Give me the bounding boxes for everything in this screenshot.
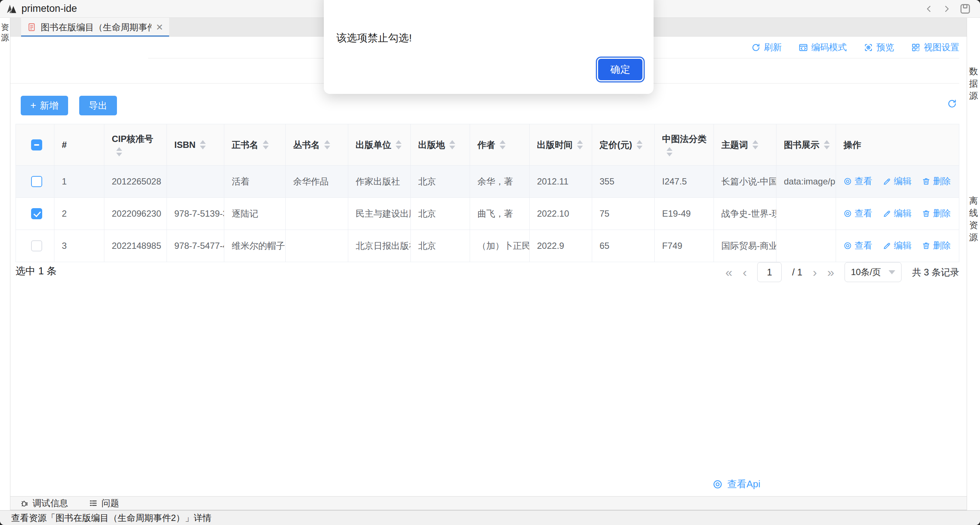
cell-ops: 查看编辑删除 [836, 166, 959, 198]
view-api-link[interactable]: 查看Api [713, 478, 760, 491]
sort-carets[interactable] [824, 140, 830, 149]
close-icon[interactable]: ✕ [156, 22, 163, 33]
column-label: 出版时间 [537, 139, 573, 151]
ok-button[interactable]: 确定 [598, 59, 643, 80]
cell-author: （加）卜正民 [470, 230, 530, 262]
row-checkbox[interactable] [31, 208, 42, 219]
titlebar-controls [924, 3, 975, 15]
row-view-link[interactable]: 查看 [843, 208, 872, 219]
last-page-icon[interactable]: » [827, 266, 834, 278]
edit-icon [883, 209, 891, 218]
forward-icon[interactable] [942, 4, 952, 14]
row-checkbox[interactable] [31, 176, 42, 187]
cell-price: 355 [592, 166, 655, 198]
column-header-isbn[interactable]: ISBN [167, 124, 224, 166]
row-edit-link[interactable]: 编辑 [883, 240, 912, 251]
row-delete-link[interactable]: 删除 [922, 240, 951, 251]
sort-carets[interactable] [667, 147, 673, 156]
rail-item-resources[interactable]: 资源 [0, 22, 10, 43]
column-header-cip[interactable]: CIP核准号 [104, 124, 167, 166]
cell-series [286, 198, 348, 230]
tab-title: 图书在版编目（生命周期事件2）.formx [41, 21, 151, 33]
table-body: 12012265028活着余华作品作家出版社北京余华，著2012.11355I2… [16, 166, 959, 262]
prev-page-icon[interactable]: ‹ [743, 266, 747, 278]
page-input[interactable]: 1 [757, 262, 782, 282]
right-rail: 数据源 离线资源 [967, 18, 980, 510]
total-records: 共 3 条记录 [912, 266, 959, 278]
cell-subject: 长篇小说-中国 [714, 166, 776, 198]
column-header-title[interactable]: 正书名 [224, 124, 286, 166]
sort-carets[interactable] [396, 140, 401, 149]
cell-author: 曲飞，著 [470, 198, 530, 230]
cell-index: 3 [54, 230, 104, 262]
bug-icon [20, 499, 29, 508]
cell-ops: 查看编辑删除 [836, 198, 959, 230]
cell-publisher: 作家出版社 [348, 166, 411, 198]
column-header-pubdate[interactable]: 出版时间 [530, 124, 592, 166]
row-view-link[interactable]: 查看 [843, 175, 872, 187]
cell-isbn: 978-7-5477-43 [167, 230, 224, 262]
row-view-link[interactable]: 查看 [843, 240, 872, 251]
column-header-display[interactable]: 图书展示 [776, 124, 836, 166]
sort-carets[interactable] [263, 140, 269, 149]
row-checkbox[interactable] [31, 240, 42, 251]
export-button[interactable]: 导出 [79, 96, 117, 115]
column-header-place[interactable]: 出版地 [411, 124, 470, 166]
screen: primeton-ide 资源 数据源 离线资源 图书在版编目（生命周期事件2）… [0, 0, 980, 525]
sort-carets[interactable] [577, 140, 583, 149]
select-all-checkbox[interactable] [31, 140, 42, 151]
row-delete-link[interactable]: 删除 [922, 208, 951, 219]
view-settings-button[interactable]: 视图设置 [911, 41, 959, 53]
status-text: 查看资源「图书在版编目（生命周期事件2）」详情 [11, 512, 211, 524]
table-refresh-icon[interactable] [947, 99, 957, 109]
cell-index: 1 [54, 166, 104, 198]
column-header-price[interactable]: 定价(元) [592, 124, 655, 166]
sort-carets[interactable] [449, 140, 455, 149]
sort-carets[interactable] [116, 147, 122, 156]
next-page-icon[interactable]: › [813, 266, 817, 278]
column-header-subject[interactable]: 主题词 [714, 124, 776, 166]
sort-carets[interactable] [500, 140, 506, 149]
code-mode-button[interactable]: 编码模式 [799, 41, 847, 53]
row-edit-link[interactable]: 编辑 [883, 208, 912, 219]
back-icon[interactable] [924, 4, 934, 14]
cell-cip: 2022148985 [104, 230, 167, 262]
code-mode-icon [799, 43, 808, 52]
column-label: 主题词 [721, 139, 748, 151]
sort-carets[interactable] [324, 140, 330, 149]
page-total: / 1 [792, 267, 802, 278]
cell-select [16, 230, 54, 262]
sort-carets[interactable] [752, 140, 758, 149]
column-label: 中图法分类 [662, 133, 706, 145]
sort-carets[interactable] [200, 140, 206, 149]
problems-tab[interactable]: 问题 [89, 497, 119, 509]
rail-item-datasource[interactable]: 数据源 [967, 65, 980, 102]
preview-icon [864, 43, 873, 52]
refresh-button[interactable]: 刷新 [751, 41, 782, 53]
row-delete-link[interactable]: 删除 [922, 175, 951, 187]
debug-info-tab[interactable]: 调试信息 [20, 497, 68, 509]
column-label: 图书展示 [784, 139, 819, 151]
column-header-publisher[interactable]: 出版单位 [348, 124, 411, 166]
cell-index: 2 [54, 198, 104, 230]
rail-item-offline-resources[interactable]: 离线资源 [967, 195, 980, 243]
save-icon[interactable] [959, 3, 971, 15]
add-button[interactable]: +新增 [21, 96, 68, 115]
cell-pubdate: 2022.10 [530, 198, 592, 230]
cell-isbn [167, 166, 224, 198]
page-size-select[interactable]: 10条/页 [845, 262, 902, 282]
column-header-series[interactable]: 丛书名 [286, 124, 348, 166]
bottom-panel-bar: 调试信息 问题 [10, 496, 967, 510]
sort-carets[interactable] [636, 140, 643, 149]
cell-title: 维米尔的帽子 [224, 230, 286, 262]
first-page-icon[interactable]: « [725, 266, 732, 278]
table-row: 12012265028活着余华作品作家出版社北京余华，著2012.11355I2… [16, 166, 959, 198]
cell-place: 北京 [411, 166, 470, 198]
tab-form-file[interactable]: 图书在版编目（生命周期事件2）.formx ✕ [21, 18, 169, 36]
cell-pubdate: 2022.9 [530, 230, 592, 262]
row-edit-link[interactable]: 编辑 [883, 175, 912, 187]
preview-button[interactable]: 预览 [864, 41, 894, 53]
column-header-clc[interactable]: 中图法分类 [655, 124, 714, 166]
delete-icon [922, 241, 931, 250]
column-header-author[interactable]: 作者 [470, 124, 530, 166]
